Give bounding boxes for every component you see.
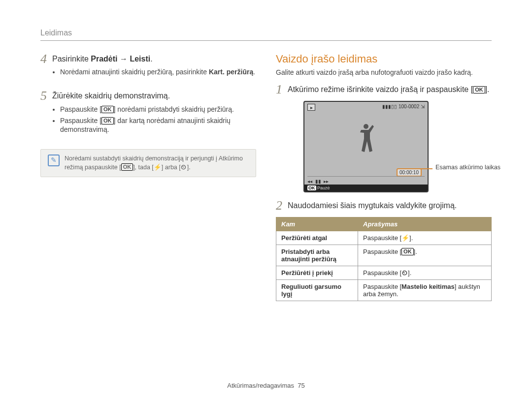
text: .	[253, 68, 255, 76]
page-number: 75	[298, 382, 304, 389]
person-silhouette-icon	[356, 122, 376, 158]
page: Leidimas 4 Pasirinkite Pradėti → Leisti.…	[0, 0, 532, 401]
page-footer: Atkūrimas/redagavimas 75	[0, 382, 532, 389]
row-desc: Paspauskite [⏲].	[358, 266, 492, 280]
pause-icon: ▮▮	[315, 179, 321, 184]
step-text: Atkūrimo režime išrinkite vaizdo įrašą i…	[288, 83, 492, 95]
strong: Pradėti	[91, 55, 117, 63]
step-text: Naudodamiesi šiais mygtukais valdykite g…	[288, 199, 492, 211]
callout-label: Esamas atkūrimo laikas	[435, 164, 500, 171]
text: ].	[409, 234, 413, 242]
controls-table: Kam Aprašymas Peržiūrėti atgal Paspauski…	[276, 217, 492, 301]
forward-icon: ▸▸	[324, 179, 329, 184]
screenshot-wrapper: ▸ ▮▮▮▯▯ 100-0002 ⇲ 00:00:10 ◂◂ ▮▮ ▸▸	[290, 101, 492, 192]
bullet: Paspauskite [OK] norėdami pristabdyti sk…	[60, 105, 256, 114]
ok-icon: OK	[101, 117, 114, 124]
row-label: Peržiūrėti į priekį	[276, 266, 358, 280]
preview-counter: ▮▮▮▯▯ 100-0002 ⇲	[382, 104, 425, 111]
preview-bottombar: OK Pauzė	[304, 185, 428, 191]
row-label: Peržiūrėti atgal	[276, 231, 358, 245]
strong: Mastelio keitimas	[401, 283, 455, 290]
text: ] norėdami pristabdyti skaidrių peržiūrą…	[114, 105, 234, 113]
ok-icon: OK	[401, 248, 414, 255]
text: ].	[187, 164, 191, 171]
ok-icon: OK	[307, 185, 316, 190]
preview-topbar: ▸ ▮▮▮▯▯ 100-0002 ⇲	[307, 104, 425, 111]
row-desc: Paspauskite [Mastelio keitimas] aukštyn …	[358, 280, 492, 301]
timer-icon: ⏲	[181, 164, 187, 171]
arrow: →	[118, 55, 130, 63]
row-label: Pristabdyti arba atnaujinti peržiūrą	[276, 245, 358, 266]
step-text: Žiūrėkite skaidrių demonstravimą.	[52, 92, 170, 100]
timer-icon: ⏲	[401, 269, 408, 277]
text: Paspauskite [	[363, 269, 401, 277]
row-label: Reguliuoti garsumo lygį	[276, 280, 358, 301]
section-intro: Galite atkurti vaizdo įrašą arba nufotog…	[276, 68, 492, 76]
bullet: Norėdami atnaujinti skaidrių peržiūrą, p…	[60, 67, 256, 77]
table-row: Pristabdyti arba atnaujinti peržiūrą Pas…	[276, 245, 492, 266]
row-desc: Paspauskite [OK].	[358, 245, 492, 266]
strong: Leisti	[130, 55, 150, 63]
text: Paspauskite [	[60, 117, 101, 124]
two-column-layout: 4 Pasirinkite Pradėti → Leisti. Norėdami…	[40, 53, 492, 301]
right-column: Vaizdo įrašo leidimas Galite atkurti vai…	[276, 53, 492, 301]
step-body: Žiūrėkite skaidrių demonstravimą. Paspau…	[52, 90, 256, 142]
text: 100-0002	[399, 104, 419, 109]
text: ].	[414, 248, 417, 255]
step-1: 1 Atkūrimo režime išrinkite vaizdo įrašą…	[276, 83, 492, 96]
rewind-icon: ◂◂	[307, 179, 312, 184]
table-header-row: Kam Aprašymas	[276, 217, 492, 231]
th-kam: Kam	[276, 217, 358, 231]
ok-icon: OK	[473, 86, 485, 93]
step-text: Pasirinkite Pradėti → Leisti.	[52, 55, 153, 63]
text: ].	[408, 269, 411, 277]
text: Paspauskite [	[363, 248, 401, 255]
row-desc: Paspauskite [⚡].	[358, 231, 492, 245]
step-4-bullets: Norėdami atnaujinti skaidrių peržiūrą, p…	[52, 67, 256, 77]
ok-icon: OK	[121, 163, 133, 171]
text: Paspauskite [	[363, 283, 401, 290]
playback-time-box: 00:00:10	[397, 168, 422, 177]
step-4: 4 Pasirinkite Pradėti → Leisti. Norėdami…	[40, 53, 256, 85]
flash-icon: ⚡	[154, 164, 162, 171]
pause-label: Pauzė	[317, 185, 330, 190]
info-note: ✎ Norėdami sustabdyti skaidrių demonstra…	[40, 149, 256, 177]
play-badge-icon: ▸	[307, 104, 315, 111]
step-5-bullets: Paspauskite [OK] norėdami pristabdyti sk…	[52, 105, 256, 135]
flash-icon: ⚡	[401, 234, 409, 242]
text: ].	[485, 85, 490, 93]
bullet: Paspauskite [OK] dar kartą norėdami atna…	[60, 116, 256, 135]
ok-icon: OK	[101, 106, 114, 113]
th-aprasymas: Aprašymas	[358, 217, 492, 231]
header-title: Leidimas	[40, 29, 72, 37]
text: Paspauskite [	[60, 105, 101, 113]
preview-controls: ◂◂ ▮▮ ▸▸	[307, 176, 425, 185]
strong: Kart. peržiūrą	[209, 68, 253, 76]
step-number: 1	[276, 83, 288, 96]
table-row: Peržiūrėti atgal Paspauskite [⚡].	[276, 231, 492, 245]
text: ] arba [	[162, 164, 181, 171]
section-title: Vaizdo įrašo leidimas	[276, 53, 492, 65]
text: ], tada [	[133, 164, 154, 171]
step-body: Pasirinkite Pradėti → Leisti. Norėdami a…	[52, 53, 256, 85]
step-number: 4	[40, 53, 52, 65]
callout-line	[413, 168, 432, 169]
text: .	[150, 55, 152, 63]
text: Norėdami atnaujinti skaidrių peržiūrą, p…	[60, 68, 209, 76]
table-row: Peržiūrėti į priekį Paspauskite [⏲].	[276, 266, 492, 280]
step-2: 2 Naudodamiesi šiais mygtukais valdykite…	[276, 199, 492, 212]
left-column: 4 Pasirinkite Pradėti → Leisti. Norėdami…	[40, 53, 256, 301]
text: Atkūrimo režime išrinkite vaizdo įrašą i…	[288, 85, 473, 93]
step-5: 5 Žiūrėkite skaidrių demonstravimą. Pasp…	[40, 90, 256, 142]
step-number: 2	[276, 199, 288, 212]
video-preview: ▸ ▮▮▮▯▯ 100-0002 ⇲ 00:00:10 ◂◂ ▮▮ ▸▸	[303, 101, 429, 192]
text: Paspauskite [	[363, 234, 401, 242]
step-number: 5	[40, 90, 52, 102]
note-text: Norėdami sustabdyti skaidrių demonstraci…	[65, 154, 249, 172]
table-row: Reguliuoti garsumo lygį Paspauskite [Mas…	[276, 280, 492, 301]
note-icon: ✎	[48, 154, 60, 166]
footer-label: Atkūrimas/redagavimas	[227, 382, 294, 389]
page-header: Leidimas	[40, 29, 492, 41]
text: Pasirinkite	[52, 55, 91, 63]
